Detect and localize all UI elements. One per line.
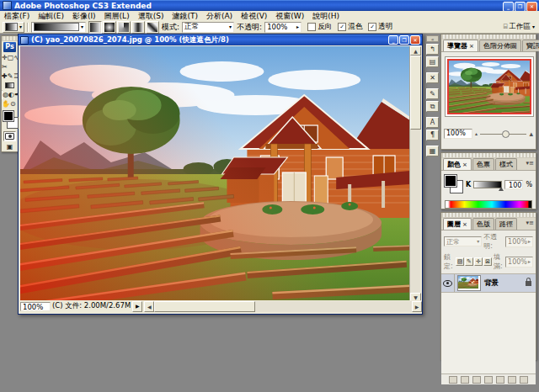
layer-thumbnail[interactable] — [457, 275, 481, 291]
color-fg-bg-swatches[interactable] — [445, 175, 463, 193]
workspace-button[interactable]: ⌸ 工作區 ▾ — [502, 23, 536, 32]
foreground-color-swatch[interactable] — [3, 111, 13, 121]
dock-collapse-button[interactable]: « — [426, 35, 439, 42]
layers-tab-0[interactable]: 圖層× — [443, 218, 472, 230]
navigator-tab-0[interactable]: 導覽器× — [443, 40, 478, 51]
gradient-style-radial-button[interactable] — [103, 21, 116, 34]
k-slider[interactable] — [473, 181, 502, 188]
tool-presets-palette-icon[interactable]: ✕ — [426, 72, 439, 83]
gradient-style-angle-button[interactable] — [117, 21, 131, 34]
menu-item-7[interactable]: 檢視(V) — [237, 11, 271, 21]
doc-minimize-button[interactable]: _ — [388, 35, 398, 45]
layer-comps-palette-icon[interactable]: ▤ — [426, 56, 439, 67]
document-title-bar[interactable]: (C) yao_20070826_2074.jpg @ 100% (快速遮色片/… — [19, 34, 422, 45]
history-palette-icon[interactable]: ↰ — [426, 44, 439, 55]
move-tool[interactable]: ✛ — [2, 54, 8, 61]
color-tab-2[interactable]: 樣式 — [495, 158, 517, 170]
layer-mask-icon[interactable] — [472, 376, 481, 384]
navigator-zoom-slider[interactable] — [480, 130, 526, 138]
gradient-style-linear-button[interactable] — [88, 21, 102, 34]
slice-tool[interactable]: ✂ — [2, 63, 8, 71]
clone-source-palette-icon[interactable]: ⧉ — [426, 101, 439, 112]
screen-mode-button[interactable]: ▣ — [3, 142, 16, 151]
gradient-editor-preview[interactable]: ▾ — [31, 22, 86, 33]
paragraph-palette-icon[interactable]: ¶ — [426, 130, 439, 140]
layer-group-icon[interactable] — [496, 376, 504, 384]
layer-style-icon[interactable] — [461, 376, 469, 384]
app-minimize-button[interactable]: _ — [503, 2, 514, 12]
lock-all-icon[interactable]: ⊠ — [483, 257, 492, 266]
color-tab-1[interactable]: 色票 — [472, 158, 494, 170]
navigator-zoom-field[interactable]: 100% — [444, 129, 472, 139]
k-slider-handle[interactable] — [499, 187, 504, 191]
palette-menu-button[interactable]: ▾≡ — [526, 41, 534, 48]
new-layer-icon[interactable] — [508, 376, 516, 384]
navigator-thumbnail[interactable] — [445, 56, 534, 117]
app-title-bar[interactable]: Adobe Photoshop CS3 Extended _ ❐ ✕ — [0, 0, 539, 11]
zoom-out-icon[interactable]: ▴ — [475, 130, 478, 136]
layer-blend-mode-select[interactable]: 正常 ▾ — [444, 236, 482, 246]
gradient-style-reflected-button[interactable] — [131, 21, 145, 34]
menu-item-3[interactable]: 圖層(L) — [100, 11, 134, 21]
tab-close-icon[interactable]: × — [462, 162, 467, 168]
menu-item-6[interactable]: 分析(A) — [202, 11, 237, 21]
layer-name[interactable]: 背景 — [484, 278, 499, 289]
scroll-left-arrow[interactable]: ◀ — [144, 301, 154, 312]
canvas[interactable] — [20, 46, 410, 302]
menu-item-1[interactable]: 編輯(E) — [34, 11, 68, 21]
menu-item-5[interactable]: 濾鏡(T) — [168, 11, 202, 21]
menu-item-4[interactable]: 選取(S) — [134, 11, 168, 21]
hand-tool[interactable]: ✋ — [2, 100, 10, 108]
layer-row-background[interactable]: 背景 — [441, 273, 536, 293]
navigator-tab-1[interactable]: 色階分佈圖 — [479, 40, 521, 51]
color-spectrum-ramp[interactable] — [445, 200, 532, 209]
lock-image-icon[interactable]: ✎ — [465, 257, 473, 266]
menu-item-8[interactable]: 視窗(W) — [271, 11, 308, 21]
color-tab-0[interactable]: 顏色× — [443, 158, 472, 170]
layer-visibility-toggle[interactable] — [441, 274, 455, 292]
tool-preset-picker[interactable]: ▾ — [3, 22, 24, 33]
doc-restore-button[interactable]: ❐ — [399, 35, 409, 45]
layers-tab-2[interactable]: 路徑 — [495, 218, 517, 230]
tab-close-icon[interactable]: × — [469, 43, 474, 50]
status-menu-button[interactable]: ▶ — [132, 301, 142, 312]
dodge-tool[interactable]: ◐ — [8, 91, 14, 98]
blur-tool[interactable]: ◍ — [3, 91, 8, 98]
layer-fill-field[interactable]: 100% ▸ — [505, 257, 533, 268]
scroll-right-arrow[interactable]: ▶ — [412, 301, 422, 312]
zoom-in-icon[interactable]: ▴ — [529, 130, 533, 138]
gradient-style-diamond-button[interactable] — [146, 21, 159, 34]
checkbox-透明[interactable]: ✓透明 — [368, 22, 392, 32]
app-restore-button[interactable]: ❐ — [515, 2, 526, 12]
lock-position-icon[interactable]: ✛ — [474, 257, 483, 266]
delete-layer-icon[interactable] — [520, 376, 528, 384]
layers-tab-1[interactable]: 色版 — [472, 218, 494, 230]
link-layers-icon[interactable] — [449, 376, 457, 384]
slider-thumb[interactable] — [502, 130, 510, 138]
menu-item-2[interactable]: 影像(I) — [68, 11, 100, 21]
foreground-color-swatch[interactable] — [445, 175, 456, 187]
vertical-scrollbar[interactable]: ▲ ▼ — [409, 46, 420, 302]
healing-brush-tool[interactable]: ✚ — [2, 72, 8, 80]
brushes-palette-icon[interactable]: ✎ — [426, 88, 439, 99]
toolbox-grip[interactable] — [2, 36, 18, 41]
k-value-field[interactable]: 100 — [504, 180, 523, 189]
doc-close-button[interactable]: ✕ — [410, 35, 420, 45]
scroll-up-arrow[interactable]: ▲ — [410, 46, 421, 56]
character-palette-icon[interactable]: A — [426, 117, 439, 128]
horizontal-scrollbar[interactable]: ◀ ▶ — [144, 301, 422, 312]
tab-close-icon[interactable]: × — [462, 221, 467, 228]
blend-mode-select[interactable]: 正常 ▾ — [182, 22, 234, 33]
quick-mask-toggle[interactable] — [3, 131, 16, 141]
adjustment-layer-icon[interactable] — [484, 376, 493, 384]
vertical-scroll-thumb[interactable] — [410, 56, 421, 130]
opacity-field[interactable]: 100% ▸ — [264, 22, 302, 33]
info-palette-icon[interactable]: ▦ — [426, 146, 439, 156]
app-close-button[interactable]: ✕ — [526, 2, 537, 12]
menu-item-0[interactable]: 檔案(F) — [0, 11, 34, 21]
checkbox-反向[interactable]: 反向 — [307, 22, 332, 32]
palette-menu-button[interactable]: ▾≡ — [526, 160, 534, 167]
palette-menu-button[interactable]: ▾≡ — [526, 220, 534, 226]
menu-item-9[interactable]: 說明(H) — [308, 11, 344, 21]
checkbox-混色[interactable]: ✓混色 — [338, 22, 362, 32]
